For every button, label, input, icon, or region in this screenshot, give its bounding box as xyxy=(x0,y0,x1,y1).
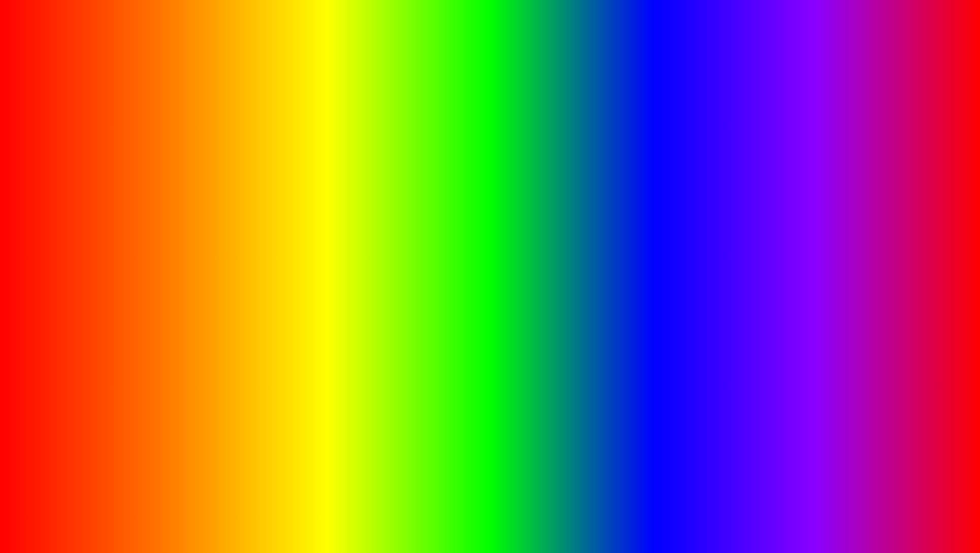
auto-farm-level-text: Auto Farm Level xyxy=(765,189,820,196)
left-panel-header: MakoriHUB | BLOX FRUIT | TIME : 12:59:20… xyxy=(49,151,291,161)
right-sidebar-item-weapons[interactable]: ✂ Weapons xyxy=(689,201,744,216)
kill-aura-toggle[interactable] xyxy=(266,167,284,176)
bird-text: Bird: Phoenix xyxy=(176,200,220,206)
auto-start-dungeon-pipe: | xyxy=(118,265,122,272)
sidebar-item-stats[interactable]: ★ Stats xyxy=(49,163,105,178)
auto-start-dungeon-row[interactable]: ☑ | Auto Start Go To Dungeon xyxy=(108,261,288,276)
right-player-icon: 👤 xyxy=(695,235,703,243)
pastebin-text: PASTEBIN xyxy=(608,504,760,539)
right-sidebar-label-settings: Settings xyxy=(702,190,729,196)
auto-start-dungeon-toggle[interactable] xyxy=(266,264,284,273)
auto-random-surprise-row[interactable]: ☑ | Auto Random Surprise xyxy=(748,263,928,278)
title-blox: BLOX xyxy=(241,15,433,91)
sidebar-item-player[interactable]: ✂ Player xyxy=(49,178,105,193)
auto-random-surprise-text: Auto Random Surprise xyxy=(765,267,838,274)
right-raid-icon: ⊕ xyxy=(695,265,699,273)
right-panel-content: 「 Main ☑ | Auto Farm Level 「 Ectoplasm 」… xyxy=(745,168,931,283)
auto-select-dungeon-knob xyxy=(276,215,283,222)
right-sidebar-item-teleport[interactable]: ◎ Teleport xyxy=(689,247,744,262)
auto-buy-chip-row[interactable]: ☑ | Auto Buy Chip xyxy=(108,228,288,244)
bottom-text-area: AUTO FARM SCRIPT PASTEBIN xyxy=(0,491,980,543)
sidebar-label-misc: Misc xyxy=(62,259,75,265)
auto-buy-chip-text: Auto Buy Chip xyxy=(125,232,173,239)
auto-text: AUTO xyxy=(220,491,346,543)
sidebar-item-teleport[interactable]: ◎ Teleport xyxy=(49,193,105,209)
auto-select-dungeon-text: Auto Select Dungeon xyxy=(125,215,194,222)
auto-select-dungeon-row[interactable]: ☑ | Auto Select Dungeon xyxy=(108,211,288,226)
auto-buy-chip-toggle[interactable] xyxy=(266,231,284,240)
auto-farm-level-row[interactable]: ☑ | Auto Farm Level xyxy=(748,185,928,200)
buy-chip-select-row[interactable]: Buy Chip Select xyxy=(108,246,288,259)
right-weapons-icon: ✂ xyxy=(695,204,699,213)
right-sidebar-item-main[interactable]: 🏠 Main xyxy=(689,170,744,186)
sidebar-label-fruit: Fruit xyxy=(66,228,83,234)
left-gui-panel: MakoriHUB | BLOX FRUIT | TIME : 12:59:20… xyxy=(48,150,292,282)
char-legs xyxy=(460,442,520,468)
kill-aura-text: Kill Aura xyxy=(125,168,158,175)
left-panel-body: ★ Stats ✂ Player ◎ Teleport ⊕ Raid+Esp 🍎… xyxy=(49,161,291,281)
auto-start-dungeon-text: Auto Start Go To Dungeon xyxy=(125,265,213,272)
player-icon: ✂ xyxy=(55,182,59,190)
auto-random-surprise-knob xyxy=(907,267,914,274)
sidebar-item-misc[interactable]: ⚙ Misc xyxy=(49,254,105,269)
buy-chip-select-text: Buy Chip Select xyxy=(171,249,225,256)
misc-icon: ⚙ xyxy=(55,258,59,266)
auto-farm-ectoplasm-row[interactable]: ☑ | Auto Farm Ectoplasm xyxy=(748,215,928,230)
auto-random-surprise-pipe: | xyxy=(758,267,762,274)
select-chips-expand-icon[interactable]: ∧ xyxy=(280,184,284,193)
auto-start-dungeon-knob xyxy=(267,265,274,272)
auto-buy-chip-checkbox: ☑ xyxy=(112,233,115,239)
sidebar-label-teleport: Teleport xyxy=(62,198,89,204)
auto-select-dungeon-toggle[interactable] xyxy=(266,214,284,223)
char-body xyxy=(470,397,510,442)
sidebar-label-raid: Raid+Esp xyxy=(62,213,89,219)
right-panel-sidebar: 🏠 Main ⚙ Settings ✂ Weapons ★ Stats 👤 Pl… xyxy=(689,168,745,283)
sidebar-item-raid[interactable]: ⊕ Raid+Esp xyxy=(49,209,105,224)
shop-icon: 🛒 xyxy=(55,243,63,251)
select-chips-checkbox: ☑ xyxy=(112,185,115,192)
sidebar-item-fruit[interactable]: 🍎 Fruit xyxy=(49,224,105,239)
auto-farm-level-label: ☑ | Auto Farm Level xyxy=(752,189,820,196)
right-sidebar-label-stats: Stats xyxy=(702,221,718,227)
logo-skull-icon: 💀 xyxy=(860,440,891,469)
right-sidebar-label-teleport: Teleport xyxy=(702,251,729,257)
auto-select-dungeon-label: ☑ | Auto Select Dungeon xyxy=(112,215,194,222)
right-stats-icon: ★ xyxy=(695,220,699,228)
auto-random-surprise-toggle[interactable] xyxy=(906,266,924,275)
auto-farm-bone-label: ☑ | Auto Farm Bone xyxy=(752,250,816,257)
logo-blox-text: BLOX xyxy=(846,469,905,488)
right-sidebar-item-settings[interactable]: ⚙ Settings xyxy=(689,186,744,201)
right-gui-panel: MakoriHUB | BLOX FRUIT | TIME : 12:58:50… xyxy=(688,157,932,284)
auto-farm-ectoplasm-checkbox: ☑ xyxy=(752,220,755,226)
right-sidebar-item-player[interactable]: 👤 Player xyxy=(689,231,744,247)
bird-display: Bird: Phoenix xyxy=(108,198,288,209)
auto-farm-ectoplasm-text: Auto Farm Ectoplasm xyxy=(765,219,834,226)
char-leg-right xyxy=(492,442,505,468)
char-hat xyxy=(474,356,507,371)
select-chips-row[interactable]: ☑ | Select Chips ∧ xyxy=(108,181,288,196)
auto-buy-chip-label: ☑ | Auto Buy Chip xyxy=(112,232,172,239)
fruit-icon: 🍎 xyxy=(55,227,63,235)
right-main-icon: 🏠 xyxy=(695,174,703,182)
auto-farm-bone-toggle[interactable] xyxy=(906,249,924,258)
right-panel-body: 🏠 Main ⚙ Settings ✂ Weapons ★ Stats 👤 Pl… xyxy=(689,168,931,283)
auto-buy-chip-knob xyxy=(267,232,274,239)
right-sidebar-label-weapons: Weapons xyxy=(702,205,725,212)
auto-farm-ectoplasm-toggle[interactable] xyxy=(906,218,924,227)
kill-aura-row[interactable]: ☑ | Kill Aura xyxy=(108,164,288,179)
auto-farm-bone-row[interactable]: ☑ | Auto Farm Bone xyxy=(748,246,928,261)
sidebar-item-shop[interactable]: 🛒 Shop xyxy=(49,239,105,254)
kill-aura-checkbox: ☑ xyxy=(112,168,115,175)
right-panel-header: MakoriHUB | BLOX FRUIT | TIME : 12:58:50… xyxy=(689,158,931,168)
no-key-text: NO KEY !! xyxy=(576,133,704,174)
right-teleport-icon: ◎ xyxy=(695,250,699,258)
right-sidebar-item-stats[interactable]: ★ Stats xyxy=(689,216,744,231)
char-leg-left xyxy=(475,442,488,468)
script-text: SCRIPT xyxy=(489,504,601,539)
ectoplasm-section-header: 「 Ectoplasm 」 xyxy=(748,202,928,214)
right-sidebar-item-raid[interactable]: ⊕ Raid+Esp xyxy=(689,262,744,277)
auto-random-surprise-label: ☑ | Auto Random Surprise xyxy=(752,267,838,274)
auto-farm-level-toggle[interactable] xyxy=(906,188,924,197)
sidebar-label-player: Player xyxy=(62,183,82,189)
left-panel-content: ☑ | Kill Aura ☑ | Select Chips ∧ B xyxy=(105,161,291,281)
